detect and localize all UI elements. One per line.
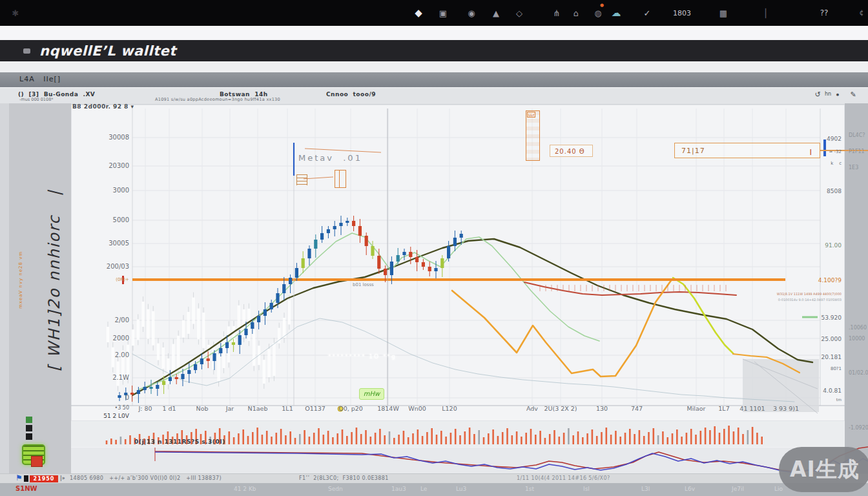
sidebar-handwritten-note: [ WH1]2o nnhiorc |	[46, 190, 62, 371]
toolbar-subtext-right: A1091 s/w/su a0ppAcdeeomoun=3ngo hu9ff41…	[155, 98, 280, 102]
tab-label[interactable]: L4A IIe[]	[19, 76, 61, 83]
tab-bar	[0, 72, 868, 87]
b01-annotation: b01 losss	[353, 283, 374, 287]
legend-swatch-green	[26, 417, 32, 423]
indicator-red-button[interactable]	[31, 456, 43, 467]
top-band	[0, 26, 868, 40]
app-icon	[23, 48, 30, 54]
left-edge	[0, 103, 9, 473]
price-input-box[interactable]: 71|17 I	[674, 143, 820, 158]
price-alert-box[interactable]: 20.40 Θ	[550, 145, 593, 157]
status-chevrons: |»	[60, 476, 65, 481]
chart-header: B8 2d000r. 92 8 ▾	[72, 104, 134, 110]
title-bar: nqwellE’L walltet	[0, 40, 868, 61]
sidebar-edge-note: mxeaV nvy ne28 vm	[19, 251, 23, 309]
status-right-text: 1/11 10(4(4 2011 14#16 5/6/X0?	[517, 476, 610, 481]
text-cursor: I	[809, 145, 812, 160]
screen: nqwellE’L walltet L4A IIe[] -mus 000 010…	[0, 0, 868, 496]
menu-bar	[0, 0, 868, 26]
legend-swatch-black1	[26, 425, 32, 431]
indicator-label: 0(j|13 n 1311RS?S s.3(0I)	[134, 439, 225, 445]
mid-band	[0, 61, 868, 72]
taskbar	[0, 483, 868, 496]
flag-icon: ⚑	[16, 474, 23, 482]
white-watermark-text: ********* 1O **g	[328, 354, 397, 360]
status-black-block	[24, 475, 28, 482]
green-signal-pill: mHw	[359, 388, 384, 400]
price-input-value: 71|17	[681, 147, 705, 155]
drawing-rectangle[interactable]: LLr	[526, 110, 540, 161]
window-title: nqwellE’L walltet	[39, 43, 176, 59]
small-drawing-box[interactable]	[335, 170, 346, 188]
drawing-rectangle-tab: LLr	[527, 112, 535, 118]
indicator-panel[interactable]	[71, 447, 845, 474]
toolbar	[0, 87, 868, 104]
ai-generated-watermark: AI生成	[779, 447, 868, 492]
status-badge: 21950	[30, 475, 58, 482]
legend-swatch-black2	[26, 433, 32, 440]
status-left-text: 14805 6980 ++/+ a’b’300 V0(I)0 0I)2 +III…	[70, 476, 222, 481]
status-mid-text: F1’’ 2(8L3C0; F3810 0.0E3881	[299, 476, 389, 481]
metav-annotation: Metav .01	[298, 154, 362, 162]
ladder-icon	[296, 174, 307, 185]
toolbar-subtext-left: -mus 000 0108*	[19, 98, 54, 102]
right-scroll-column[interactable]	[845, 103, 868, 473]
